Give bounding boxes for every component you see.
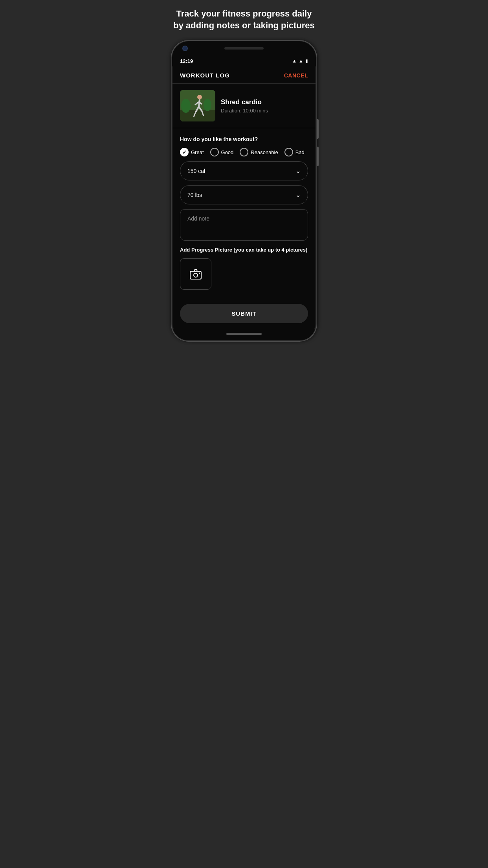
progress-picture-label: Add Progress Picture (you can take up to…	[180, 247, 308, 253]
rating-options: ✓ Great Good Reasonable	[180, 148, 308, 156]
rating-option-bad[interactable]: Bad	[284, 148, 305, 156]
radio-great: ✓	[180, 148, 189, 156]
svg-rect-12	[190, 271, 201, 279]
rating-question: How do you like the workout?	[180, 136, 308, 142]
front-camera	[182, 46, 188, 51]
volume-down-button	[317, 147, 319, 166]
weight-value: 70 lbs	[187, 192, 202, 198]
battery-icon: ▮	[305, 58, 308, 64]
weight-dropdown[interactable]: 70 lbs ⌄	[180, 185, 308, 204]
progress-section: Add Progress Picture (you can take up to…	[172, 247, 316, 298]
radio-reasonable	[240, 148, 248, 156]
phone-bottom-bar	[172, 329, 316, 340]
rating-option-good[interactable]: Good	[210, 148, 234, 156]
svg-point-2	[181, 99, 191, 113]
chevron-down-icon: ⌄	[295, 167, 301, 175]
rating-section: How do you like the workout? ✓ Great Goo…	[172, 128, 316, 161]
submit-section: SUBMIT	[172, 298, 316, 329]
note-placeholder: Add note	[187, 215, 209, 222]
rating-label-bad: Bad	[295, 149, 305, 155]
status-icons: ▲ ▲ ▮	[292, 58, 308, 64]
submit-button[interactable]: SUBMIT	[180, 304, 308, 323]
workout-info: Shred cardio Duration: 10:00 mins	[221, 98, 308, 114]
status-bar: 12:19 ▲ ▲ ▮	[172, 55, 316, 66]
phone-frame: 12:19 ▲ ▲ ▮ WORKOUT LOG CANCEL	[171, 40, 317, 341]
phone-top-bar	[172, 41, 316, 55]
rating-option-great[interactable]: ✓ Great	[180, 148, 204, 156]
workout-card: Shred cardio Duration: 10:00 mins	[172, 84, 316, 128]
chevron-down-icon-2: ⌄	[295, 191, 301, 199]
svg-point-14	[199, 273, 200, 274]
status-time: 12:19	[180, 58, 193, 64]
radio-bad	[284, 148, 293, 156]
svg-point-4	[197, 95, 202, 99]
check-icon: ✓	[182, 149, 187, 155]
calories-dropdown[interactable]: 150 cal ⌄	[180, 161, 308, 180]
rating-label-great: Great	[191, 149, 204, 155]
header-title: WORKOUT LOG	[180, 72, 230, 79]
workout-duration: Duration: 10:00 mins	[221, 108, 308, 114]
app-header: WORKOUT LOG CANCEL	[172, 66, 316, 84]
rating-option-reasonable[interactable]: Reasonable	[240, 148, 278, 156]
svg-point-13	[194, 273, 198, 277]
add-photo-button[interactable]	[180, 258, 211, 290]
signal-icon: ▲	[299, 58, 303, 64]
radio-good	[210, 148, 219, 156]
form-section: 150 cal ⌄ 70 lbs ⌄ Add note	[172, 161, 316, 241]
volume-up-button	[317, 119, 319, 139]
svg-point-3	[204, 99, 211, 111]
rating-label-good: Good	[221, 149, 234, 155]
camera-icon	[189, 268, 202, 280]
cancel-button[interactable]: CANCEL	[284, 72, 308, 79]
workout-thumbnail	[180, 90, 215, 121]
notch-pill	[224, 47, 264, 50]
home-indicator	[226, 333, 262, 335]
wifi-icon: ▲	[292, 58, 297, 64]
rating-label-reasonable: Reasonable	[251, 149, 278, 155]
calories-value: 150 cal	[187, 168, 205, 174]
workout-name: Shred cardio	[221, 98, 308, 106]
note-field[interactable]: Add note	[180, 209, 308, 241]
page-headline: Track your fitness progress daily by add…	[165, 8, 322, 31]
